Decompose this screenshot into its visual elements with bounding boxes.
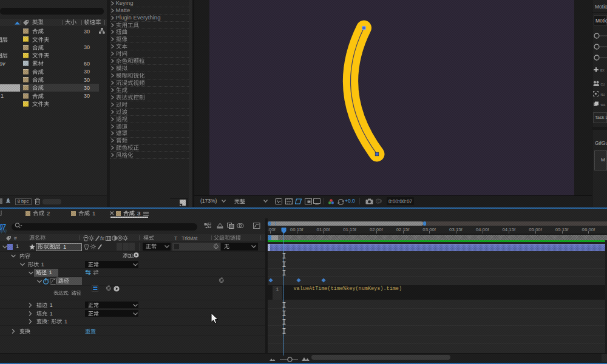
svg-text:1: 1 bbox=[49, 269, 52, 275]
svg-text:1: 1 bbox=[64, 319, 67, 325]
svg-text:3: 3 bbox=[137, 210, 140, 217]
svg-text:1: 1 bbox=[50, 311, 53, 317]
svg-text:2: 2 bbox=[47, 210, 50, 217]
svg-text:60: 60 bbox=[84, 61, 90, 67]
svg-text:30: 30 bbox=[84, 44, 90, 50]
svg-text:1: 1 bbox=[1, 93, 4, 99]
svg-text:WA: WA bbox=[601, 103, 606, 107]
svg-text:1: 1 bbox=[92, 210, 95, 217]
svg-text:NU: NU bbox=[601, 93, 606, 96]
svg-text:30: 30 bbox=[84, 77, 90, 83]
svg-text::: : bbox=[68, 291, 69, 296]
svg-text:30: 30 bbox=[84, 69, 90, 75]
svg-text:fx: fx bbox=[100, 235, 104, 241]
svg-text:CU: CU bbox=[601, 83, 606, 86]
svg-text::: : bbox=[47, 319, 49, 325]
svg-text:EX: EX bbox=[600, 69, 605, 72]
svg-text:30: 30 bbox=[84, 85, 90, 91]
svg-text:1: 1 bbox=[63, 243, 66, 250]
svg-text:ov: ov bbox=[0, 61, 5, 67]
svg-text:1: 1 bbox=[50, 302, 53, 308]
svg-text:1: 1 bbox=[41, 261, 44, 268]
svg-text:30: 30 bbox=[84, 93, 90, 99]
svg-text:30: 30 bbox=[84, 29, 90, 35]
